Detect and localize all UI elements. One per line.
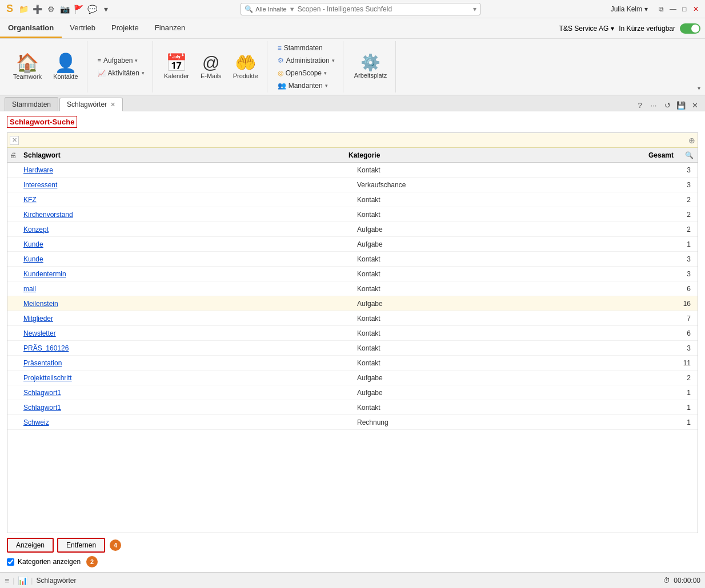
table-row[interactable]: PRÄS_160126 Kontakt 3 <box>7 341 698 356</box>
add-circle-icon[interactable]: ➕ <box>32 4 42 14</box>
table-row[interactable]: Konzept Aufgabe 2 <box>7 222 698 237</box>
tab-stammdaten[interactable]: Stammdaten <box>5 97 58 111</box>
more-actions-icon[interactable]: ··· <box>648 99 659 111</box>
cell-schlagwort[interactable]: Kunde <box>21 240 357 248</box>
ribbon-btn-produkte[interactable]: 🤲 Produkte <box>228 47 263 86</box>
ribbon-btn-aktivitaeten[interactable]: 📈 Aktivitäten ▾ <box>93 67 149 79</box>
filter-input[interactable] <box>21 135 686 146</box>
table-row[interactable]: Projektteilschritt Aufgabe 2 <box>7 370 698 385</box>
global-search[interactable]: 🔍 Alle Inhalte ▼ ▾ <box>241 3 480 15</box>
table-row[interactable]: Schlagwort1 Kontakt 1 <box>7 400 698 415</box>
table-row[interactable]: Mitglieder Kontakt 7 <box>7 311 698 326</box>
table-row[interactable]: Schlagwort1 Aufgabe 1 <box>7 385 698 400</box>
cell-schlagwort[interactable]: Interessent <box>21 181 357 189</box>
menu-item-organisation[interactable]: Organisation <box>0 18 62 38</box>
statusbar-left: ≡ | 📊 | Schlagwörter <box>5 576 76 585</box>
search-label[interactable]: Schlagwort-Suche <box>7 116 77 128</box>
chart-icon[interactable]: 📊 <box>18 576 27 585</box>
cell-schlagwort[interactable]: Kunde <box>21 255 357 263</box>
help-icon[interactable]: ? <box>634 99 646 111</box>
ribbon-btn-aufgaben[interactable]: ≡ Aufgaben ▾ <box>93 55 149 66</box>
flag-icon[interactable]: 🚩 <box>73 4 83 14</box>
kategorien-label[interactable]: Kategorien anzeigen <box>18 558 81 566</box>
filter-add-icon[interactable]: ⊕ <box>688 136 695 145</box>
ribbon-expand-btn[interactable]: ▾ <box>698 85 700 91</box>
cell-schlagwort[interactable]: Konzept <box>21 225 357 233</box>
app-logo-icon[interactable]: S <box>5 4 15 14</box>
chat-icon[interactable]: 💬 <box>87 4 97 14</box>
availability-toggle[interactable] <box>680 23 700 34</box>
table-row[interactable]: Newsletter Kontakt 6 <box>7 326 698 341</box>
cell-schlagwort[interactable]: KFZ <box>21 196 357 204</box>
filter-clear-icon[interactable]: ✕ <box>10 136 19 145</box>
menu-item-finanzen[interactable]: Finanzen <box>147 18 193 38</box>
cell-schlagwort[interactable]: Projektteilschritt <box>21 374 357 382</box>
table-body: Hardware Kontakt 3 Interessent Verkaufsc… <box>7 163 698 533</box>
ribbon-btn-arbeitsplatz[interactable]: ⚙️ Arbeitsplatz <box>349 47 392 86</box>
table-row[interactable]: Hardware Kontakt 3 <box>7 163 698 178</box>
table-row[interactable]: Kunde Aufgabe 1 <box>7 237 698 252</box>
col-header-gesamt[interactable]: Gesamt <box>565 151 685 159</box>
cell-schlagwort[interactable]: Schweiz <box>21 418 357 426</box>
ribbon-btn-stammdaten[interactable]: ≡ Stammdaten <box>273 42 339 54</box>
anzeigen-button[interactable]: Anzeigen <box>7 538 54 553</box>
settings-icon[interactable]: ⚙ <box>46 4 56 14</box>
col-header-kategorie[interactable]: Kategorie <box>349 151 565 159</box>
ribbon-btn-emails[interactable]: @ E-Mails <box>195 47 227 86</box>
window-restore-icon[interactable]: ⧉ <box>657 5 666 14</box>
ribbon-expand: ▾ <box>698 41 700 92</box>
print-icon[interactable]: 🖨 <box>10 151 21 159</box>
user-menu[interactable]: Julia Kelm ▾ <box>611 5 648 13</box>
menu-item-projekte[interactable]: Projekte <box>103 18 147 38</box>
save-icon[interactable]: 💾 <box>675 99 687 111</box>
company-selector[interactable]: T&S Service AG ▾ <box>559 25 615 33</box>
filter-row: ✕ ⊕ <box>7 133 698 148</box>
table-row[interactable]: Präsentation Kontakt 11 <box>7 356 698 370</box>
table-row[interactable]: Kundentermin Kontakt 3 <box>7 267 698 281</box>
cell-schlagwort[interactable]: Präsentation <box>21 359 357 367</box>
refresh-icon[interactable]: ↺ <box>662 99 673 111</box>
table-row[interactable]: Schweiz Rechnung 1 <box>7 415 698 430</box>
cell-schlagwort[interactable]: Schlagwort1 <box>21 404 357 412</box>
cell-schlagwort[interactable]: mail <box>21 285 357 293</box>
table-row[interactable]: mail Kontakt 6 <box>7 281 698 296</box>
chevron-down-icon[interactable]: ▾ <box>101 4 111 14</box>
ribbon-btn-teamwork[interactable]: 🏠 Teamwork <box>8 47 47 86</box>
ribbon-btn-mandanten[interactable]: 👥 Mandanten ▾ <box>273 80 339 91</box>
cell-schlagwort[interactable]: Kirchenvorstand <box>21 211 357 219</box>
ribbon-btn-kalender[interactable]: 📅 Kalender <box>159 47 194 86</box>
col-header-schlagwort[interactable]: Schlagwort <box>21 151 349 159</box>
close-panel-icon[interactable]: ✕ <box>689 99 700 111</box>
table-row[interactable]: Kirchenvorstand Kontakt 2 <box>7 207 698 222</box>
briefcase-icon[interactable]: 📁 <box>18 4 29 14</box>
filter-status-icon[interactable]: ≡ <box>5 576 9 585</box>
cell-schlagwort[interactable]: Hardware <box>21 166 357 174</box>
cell-schlagwort[interactable]: Mitglieder <box>21 315 357 323</box>
cell-schlagwort[interactable]: Meilenstein <box>21 300 357 308</box>
search-input[interactable] <box>298 5 471 13</box>
cell-gesamt: 1 <box>579 404 695 412</box>
table-row[interactable]: Kunde Kontakt 3 <box>7 252 698 267</box>
cell-schlagwort[interactable]: Kundentermin <box>21 270 357 278</box>
search-dropdown-icon[interactable]: ▾ <box>473 5 476 13</box>
cell-schlagwort[interactable]: Schlagwort1 <box>21 389 357 397</box>
menubar: Organisation Vertrieb Projekte Finanzen … <box>0 18 705 39</box>
table-row[interactable]: KFZ Kontakt 2 <box>7 192 698 207</box>
table-row[interactable]: Interessent Verkaufschance 3 <box>7 178 698 192</box>
col-search-icon[interactable]: 🔍 <box>685 151 695 159</box>
window-maximize-icon[interactable]: □ <box>680 5 689 14</box>
tab-schlagwoerter[interactable]: Schlagwörter ✕ <box>59 98 123 111</box>
entfernen-button[interactable]: Entfernen <box>57 538 105 553</box>
window-close-icon[interactable]: ✕ <box>691 5 700 14</box>
cell-schlagwort[interactable]: Newsletter <box>21 329 357 337</box>
ribbon-btn-administration[interactable]: ⚙ Administration ▾ <box>273 55 339 66</box>
ribbon-btn-kontakte[interactable]: 👤 Kontakte <box>48 47 83 86</box>
kategorien-checkbox[interactable] <box>7 558 14 566</box>
camera-icon[interactable]: 📷 <box>59 4 70 14</box>
table-row[interactable]: Meilenstein Aufgabe 16 <box>7 296 698 311</box>
tab-close-icon[interactable]: ✕ <box>110 101 115 108</box>
ribbon-btn-openscope[interactable]: ◎ OpenScope ▾ <box>273 67 339 79</box>
window-minimize-icon[interactable]: — <box>668 5 678 14</box>
menu-item-vertrieb[interactable]: Vertrieb <box>62 18 103 38</box>
cell-schlagwort[interactable]: PRÄS_160126 <box>21 344 357 352</box>
